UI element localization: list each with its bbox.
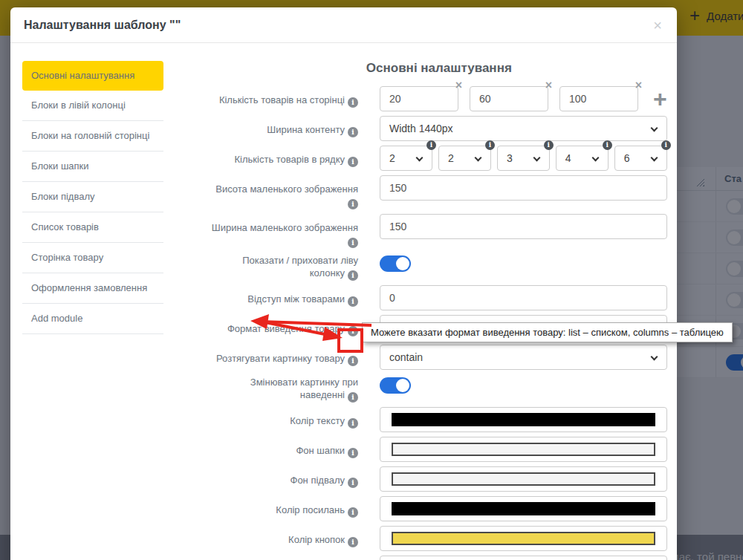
modal-header: Налаштування шаблону "" × xyxy=(10,7,677,43)
info-icon[interactable]: i xyxy=(348,418,358,429)
info-icon[interactable]: i xyxy=(348,507,358,518)
info-icon[interactable]: i xyxy=(348,238,358,248)
link-color-picker[interactable] xyxy=(380,496,667,521)
field-footer-background: Фон підвалуi xyxy=(211,466,667,492)
field-label: Розтягувати картинку товаруi xyxy=(211,345,358,370)
field-product-gap: Відступ між товарамиi xyxy=(211,285,667,310)
color-swatch xyxy=(392,502,655,515)
field-label: Кількість товарів на сторінціi xyxy=(211,86,358,111)
info-icon[interactable]: i xyxy=(485,140,495,150)
section-heading: Основні налаштування xyxy=(211,61,667,76)
close-icon[interactable]: × xyxy=(653,18,662,33)
per-row-select-1[interactable]: 2 xyxy=(380,146,432,171)
info-icon[interactable]: i xyxy=(348,478,358,488)
modal-title: Налаштування шаблону "" xyxy=(24,19,181,32)
field-small-image-width: Ширина маленького зображенняi xyxy=(211,214,667,248)
chevron-down-icon xyxy=(650,154,658,162)
info-icon[interactable]: i xyxy=(348,199,358,209)
settings-sidebar: Основні налаштування Блоки в лівій колон… xyxy=(22,61,163,560)
show-left-column-toggle[interactable] xyxy=(380,255,411,272)
sidebar-item-product-page[interactable]: Сторінка товару xyxy=(22,243,163,273)
settings-form: Основні налаштування Кількість товарів н… xyxy=(163,61,667,560)
stretch-image-select[interactable]: contain xyxy=(380,345,667,370)
info-icon[interactable]: i xyxy=(348,392,358,403)
sidebar-item-home-page-blocks[interactable]: Блоки на головній сторінці xyxy=(22,121,163,152)
info-icon[interactable]: i xyxy=(348,296,358,307)
info-icon[interactable]: i xyxy=(348,270,358,281)
info-icon[interactable]: i xyxy=(603,140,612,150)
per-row-select-5[interactable]: 6 xyxy=(614,146,667,171)
hover-image-toggle[interactable] xyxy=(380,377,411,394)
footer-background-picker[interactable] xyxy=(380,466,667,492)
field-label: Показати / приховати ліву колонкуi xyxy=(211,253,358,281)
text-color-picker[interactable] xyxy=(380,407,667,432)
info-icon[interactable]: i xyxy=(426,140,436,150)
products-per-page-input-3[interactable] xyxy=(559,86,638,111)
field-text-color: Колір текстуi xyxy=(211,407,667,432)
field-header-background: Фон шапкиi xyxy=(211,437,667,462)
info-icon[interactable]: i xyxy=(348,97,358,108)
field-label: Колір посиланьi xyxy=(211,496,358,521)
field-label: Висота маленького зображенняi xyxy=(211,175,358,209)
button-color-picker[interactable] xyxy=(380,526,667,551)
chevron-down-icon xyxy=(591,154,599,162)
field-button-color: Колір кнопокi xyxy=(211,526,667,551)
info-tooltip: Можете вказати формат виведення товару: … xyxy=(362,322,733,342)
info-icon[interactable]: i xyxy=(348,326,358,336)
sidebar-item-left-column-blocks[interactable]: Блоки в лівій колонці xyxy=(22,91,163,121)
content-width-select[interactable]: Width 1440px xyxy=(380,116,667,141)
small-image-height-input[interactable] xyxy=(380,175,667,201)
field-link-color-dark: Колір посилань (на темному тлі)i xyxy=(211,556,667,560)
field-products-per-page: Кількість товарів на сторінціi × × × + xyxy=(211,86,667,111)
products-per-page-input-2[interactable] xyxy=(470,86,548,111)
sidebar-item-add-module[interactable]: Add module xyxy=(22,304,163,334)
chevron-down-icon xyxy=(650,354,658,361)
field-content-width: Ширина контентуi Width 1440px xyxy=(211,116,667,141)
field-products-per-row: Кількість товарів в рядкуi i2 i2 i3 i4 i… xyxy=(211,146,667,171)
field-label: Колір посилань (на темному тлі)i xyxy=(211,556,358,560)
per-row-select-2[interactable]: 2 xyxy=(438,146,491,171)
remove-value-icon[interactable]: × xyxy=(455,79,462,91)
field-label: Колір текстуi xyxy=(211,407,358,432)
chevron-down-icon xyxy=(474,154,481,162)
color-swatch xyxy=(392,413,655,426)
per-row-select-4[interactable]: 4 xyxy=(556,146,609,171)
small-image-width-input[interactable] xyxy=(380,214,667,239)
sidebar-item-main-settings[interactable]: Основні налаштування xyxy=(22,61,163,91)
field-stretch-image: Розтягувати картинку товаруi contain xyxy=(211,345,667,370)
sidebar-item-footer-blocks[interactable]: Блоки підвалу xyxy=(22,182,163,212)
header-background-picker[interactable] xyxy=(380,437,667,462)
per-row-select-3[interactable]: 3 xyxy=(497,146,550,171)
field-label: Ширина маленького зображенняi xyxy=(211,214,358,248)
product-gap-input[interactable] xyxy=(380,285,667,310)
products-per-page-input-1[interactable] xyxy=(380,86,458,111)
color-swatch xyxy=(392,532,655,545)
add-value-icon[interactable]: + xyxy=(653,88,667,110)
screen: + Додати ▾ Ста дає, той певно Налаштуван… xyxy=(0,0,743,560)
field-label: Фон підвалуi xyxy=(211,466,358,492)
field-label: Ширина контентуi xyxy=(211,116,358,141)
info-icon[interactable]: i xyxy=(348,356,358,366)
color-swatch xyxy=(392,443,655,456)
info-icon[interactable]: i xyxy=(348,127,358,137)
chevron-down-icon xyxy=(415,154,423,162)
field-small-image-height: Висота маленького зображенняi xyxy=(211,175,667,209)
chevron-down-icon xyxy=(650,125,658,132)
info-icon[interactable]: i xyxy=(348,448,358,458)
info-icon[interactable]: i xyxy=(544,140,554,150)
remove-value-icon[interactable]: × xyxy=(635,79,642,91)
color-swatch xyxy=(392,472,655,486)
field-label: Кількість товарів в рядкуi xyxy=(211,146,358,171)
sidebar-item-product-list[interactable]: Список товарів xyxy=(22,212,163,243)
info-icon[interactable]: i xyxy=(348,157,358,167)
field-hover-image: Змінювати картинку при наведенніi xyxy=(211,374,667,403)
field-label: Колір кнопокi xyxy=(211,526,358,551)
field-label: Формат виведення товаруi xyxy=(211,315,358,340)
chevron-down-icon xyxy=(533,154,540,162)
info-icon[interactable]: i xyxy=(661,140,671,150)
sidebar-item-header-blocks[interactable]: Блоки шапки xyxy=(22,152,163,182)
info-icon[interactable]: i xyxy=(348,537,358,547)
remove-value-icon[interactable]: × xyxy=(545,79,552,91)
link-color-dark-picker[interactable] xyxy=(380,556,667,560)
sidebar-item-checkout[interactable]: Оформлення замовлення xyxy=(22,273,163,304)
